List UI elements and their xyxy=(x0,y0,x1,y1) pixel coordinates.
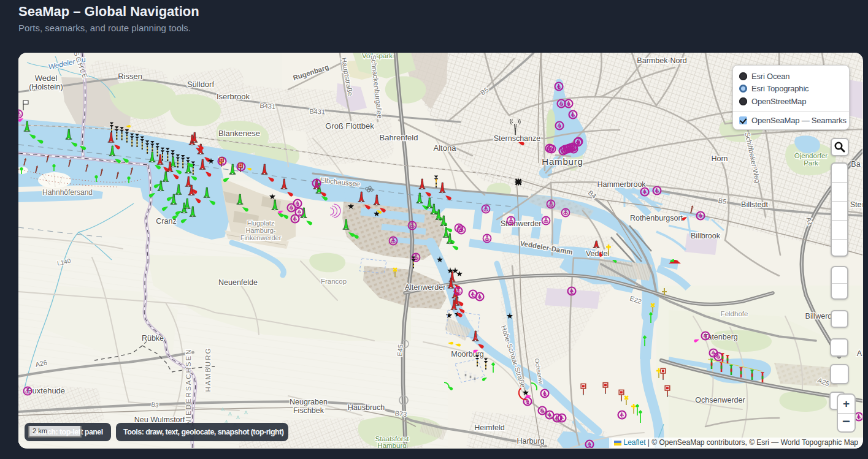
svg-text:Ba: Ba xyxy=(851,160,860,169)
svg-text:Horn: Horn xyxy=(711,154,728,163)
svg-text:Steinbek: Steinbek xyxy=(850,200,862,209)
svg-text:Allermöhe: Allermöhe xyxy=(857,349,862,358)
svg-text:Ochsenwerder: Ochsenwerder xyxy=(695,396,745,404)
svg-text:Bahrenfeld: Bahrenfeld xyxy=(380,133,418,142)
svg-text:Hausbruch: Hausbruch xyxy=(348,403,385,412)
svg-text:Rübke: Rübke xyxy=(142,334,164,343)
svg-text:Buxtehude: Buxtehude xyxy=(27,386,65,395)
svg-text:Iserbrook: Iserbrook xyxy=(217,92,250,101)
svg-text:Francop: Francop xyxy=(321,278,347,285)
svg-text:B431: B431 xyxy=(309,108,325,116)
svg-text:Hamburg-: Hamburg- xyxy=(246,227,276,234)
svg-text:Hamburg: Hamburg xyxy=(542,156,583,167)
svg-text:Finkenwerder: Finkenwerder xyxy=(240,234,282,241)
svg-text:NIEDERSACHSEN: NIEDERSACHSEN xyxy=(185,348,192,425)
svg-text:Billbrook: Billbrook xyxy=(691,232,721,240)
svg-text:Hamburg: Hamburg xyxy=(377,442,406,448)
svg-text:Veddel: Veddel xyxy=(586,249,609,258)
svg-text:Flugplatz: Flugplatz xyxy=(247,219,275,227)
svg-text:Rothenburgsort: Rothenburgsort xyxy=(630,214,683,222)
svg-text:Hahnhöfersand: Hahnhöfersand xyxy=(42,188,93,197)
svg-text:Neuenfelde: Neuenfelde xyxy=(218,278,258,287)
svg-text:Hammerbrook: Hammerbrook xyxy=(597,180,646,189)
svg-text:Sternschanze: Sternschanze xyxy=(494,134,540,143)
svg-text:Groß Flottbek: Groß Flottbek xyxy=(325,121,374,131)
svg-text:(Holstein): (Holstein) xyxy=(29,82,63,91)
svg-text:Heimfeld: Heimfeld xyxy=(474,423,504,432)
svg-text:B431: B431 xyxy=(259,102,275,110)
svg-text:Moorburg: Moorburg xyxy=(451,350,484,358)
svg-text:Park: Park xyxy=(804,159,818,167)
svg-text:Öjendorfer: Öjendorfer xyxy=(794,152,828,159)
svg-text:Harburg: Harburg xyxy=(517,437,544,446)
svg-text:HAMBURG: HAMBURG xyxy=(204,347,212,392)
svg-text:Neugraben: Neugraben xyxy=(290,398,328,406)
svg-text:Barmbek-Nord: Barmbek-Nord xyxy=(637,56,686,65)
svg-text:Feldhofe: Feldhofe xyxy=(721,310,748,317)
svg-text:Fischbek: Fischbek xyxy=(293,406,325,415)
svg-text:Altona: Altona xyxy=(434,143,457,153)
svg-text:Rissen: Rissen xyxy=(118,72,142,81)
svg-text:Billstedt: Billstedt xyxy=(741,200,768,209)
svg-text:Wedel: Wedel xyxy=(35,74,58,83)
svg-text:Altenwerder: Altenwerder xyxy=(405,283,446,292)
svg-text:Blankenese: Blankenese xyxy=(218,129,260,138)
svg-text:E45: E45 xyxy=(396,344,404,357)
svg-text:Sülldorf: Sülldorf xyxy=(187,80,214,89)
svg-text:B5: B5 xyxy=(718,197,727,205)
svg-text:B3: B3 xyxy=(151,401,159,409)
